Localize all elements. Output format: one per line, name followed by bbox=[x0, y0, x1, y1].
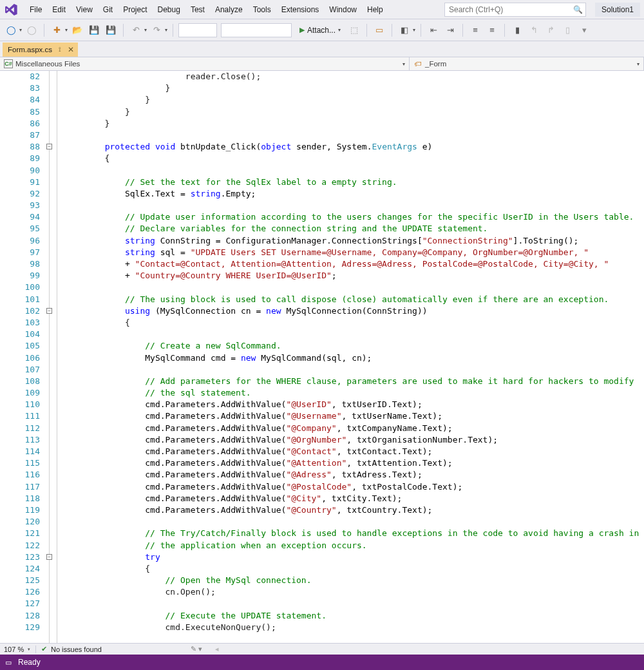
check-icon: ✔ bbox=[41, 645, 47, 653]
open-button[interactable]: 📂 bbox=[70, 23, 84, 37]
class-icon: 🏷 bbox=[413, 59, 422, 68]
fold-toggle[interactable]: − bbox=[46, 308, 52, 314]
line-gutter: 8283848586878889909192939495969798991001… bbox=[0, 71, 45, 643]
pin-icon[interactable]: ⟟ bbox=[59, 46, 61, 53]
toolbar: ◯▾ ◯ ✚▾ 📂 💾 💾 ↶▾ ↷▾ ▶Attach...▾ ⬚ ▭ ◧▾ ⇤… bbox=[0, 19, 644, 41]
uncomment-button[interactable]: ≡ bbox=[485, 23, 499, 37]
new-item-button[interactable]: ✚▾ bbox=[50, 23, 68, 37]
tab-title: Form.aspx.cs bbox=[8, 46, 52, 53]
search-wrap: 🔍 Solution1 bbox=[444, 3, 640, 17]
browse-button[interactable]: ▭ bbox=[372, 23, 386, 37]
nav-member[interactable]: 🏷 _Form ▾ bbox=[410, 57, 644, 70]
csharp-icon: C# bbox=[4, 59, 13, 68]
fold-column-2 bbox=[54, 71, 63, 643]
nav-scope-label: Miscellaneous Files bbox=[15, 60, 80, 68]
statusbar: ▭ Ready bbox=[0, 655, 644, 670]
solution-label[interactable]: Solution1 bbox=[595, 3, 640, 17]
issues-label: No issues found bbox=[51, 646, 102, 653]
search-box[interactable]: 🔍 bbox=[444, 3, 586, 17]
menu-tools[interactable]: Tools bbox=[248, 3, 276, 17]
separator bbox=[504, 24, 505, 37]
separator bbox=[392, 24, 392, 37]
menu-project[interactable]: Project bbox=[118, 3, 152, 17]
editor-status: 107 %▾ ✔ No issues found ✎ ▾ ◂ bbox=[0, 643, 644, 655]
vs-logo-icon bbox=[4, 3, 18, 17]
code-area[interactable]: reader.Close(); } } } } protected void b… bbox=[63, 71, 644, 643]
menubar: FileEditViewGitProjectDebugTestAnalyzeTo… bbox=[0, 0, 644, 19]
nav-scope[interactable]: C# Miscellaneous Files ▾ bbox=[0, 57, 410, 70]
menu-test[interactable]: Test bbox=[185, 3, 210, 17]
search-input[interactable] bbox=[449, 5, 573, 14]
back-button[interactable]: ◯▾ bbox=[4, 23, 22, 37]
fold-toggle[interactable]: − bbox=[46, 144, 52, 149]
status-ready: Ready bbox=[18, 658, 41, 667]
prev-bookmark-button[interactable]: ↰ bbox=[527, 23, 541, 37]
comment-button[interactable]: ≡ bbox=[468, 23, 482, 37]
zoom-label: 107 % bbox=[4, 646, 24, 653]
platform-combo[interactable] bbox=[221, 23, 292, 37]
fold-column: −−− bbox=[45, 71, 54, 643]
scroll-left-icon[interactable]: ◂ bbox=[215, 645, 219, 653]
toolbar-overflow[interactable]: ▾ bbox=[577, 23, 591, 37]
separator bbox=[462, 24, 463, 37]
fold-toggle[interactable]: − bbox=[46, 554, 52, 560]
attach-label: Attach... bbox=[307, 26, 336, 35]
next-bookmark-button[interactable]: ↱ bbox=[544, 23, 558, 37]
caret-tool-icon[interactable]: ✎ ▾ bbox=[191, 645, 202, 653]
menu-window[interactable]: Window bbox=[324, 3, 362, 17]
separator bbox=[173, 24, 173, 37]
menu-debug[interactable]: Debug bbox=[153, 3, 185, 17]
find-button[interactable]: ◧▾ bbox=[397, 23, 415, 37]
menu-view[interactable]: View bbox=[71, 3, 98, 17]
save-all-button[interactable]: 💾 bbox=[104, 23, 118, 37]
editor[interactable]: 8283848586878889909192939495969798991001… bbox=[0, 71, 644, 643]
chevron-down-icon: ▾ bbox=[402, 61, 405, 67]
save-button[interactable]: 💾 bbox=[87, 23, 101, 37]
issues-indicator[interactable]: ✔ No issues found bbox=[36, 645, 107, 653]
separator bbox=[123, 24, 124, 37]
menu-file[interactable]: File bbox=[24, 3, 47, 17]
nav-member-label: _Form bbox=[425, 60, 446, 68]
redo-button[interactable]: ↷▾ bbox=[149, 23, 167, 37]
menu-help[interactable]: Help bbox=[362, 3, 388, 17]
menu-extensions[interactable]: Extensions bbox=[276, 3, 325, 17]
menu-git[interactable]: Git bbox=[98, 3, 118, 17]
undo-button[interactable]: ↶▾ bbox=[129, 23, 147, 37]
attach-button[interactable]: ▶Attach...▾ bbox=[296, 23, 345, 38]
search-icon: 🔍 bbox=[573, 5, 583, 14]
close-icon[interactable]: ✕ bbox=[68, 45, 74, 54]
separator bbox=[366, 24, 367, 37]
separator bbox=[44, 24, 44, 37]
config-combo[interactable] bbox=[178, 23, 217, 37]
window-icon: ▭ bbox=[5, 658, 12, 667]
menu-analyze[interactable]: Analyze bbox=[210, 3, 248, 17]
menu-edit[interactable]: Edit bbox=[47, 3, 71, 17]
tabstrip: Form.aspx.cs ⟟ ✕ bbox=[0, 41, 644, 57]
step-button[interactable]: ⬚ bbox=[347, 23, 361, 37]
outdent-button[interactable]: ⇥ bbox=[443, 23, 457, 37]
tab-form-aspx-cs[interactable]: Form.aspx.cs ⟟ ✕ bbox=[3, 43, 78, 57]
chevron-down-icon: ▾ bbox=[637, 61, 639, 67]
forward-button[interactable]: ◯ bbox=[24, 23, 39, 37]
indent-button[interactable]: ⇤ bbox=[426, 23, 440, 37]
navbar: C# Miscellaneous Files ▾ 🏷 _Form ▾ bbox=[0, 57, 644, 71]
clear-bookmark-button[interactable]: ▯ bbox=[560, 23, 574, 37]
bookmark-button[interactable]: ▮ bbox=[510, 23, 524, 37]
zoom-combo[interactable]: 107 %▾ bbox=[0, 646, 36, 653]
separator bbox=[421, 24, 421, 37]
